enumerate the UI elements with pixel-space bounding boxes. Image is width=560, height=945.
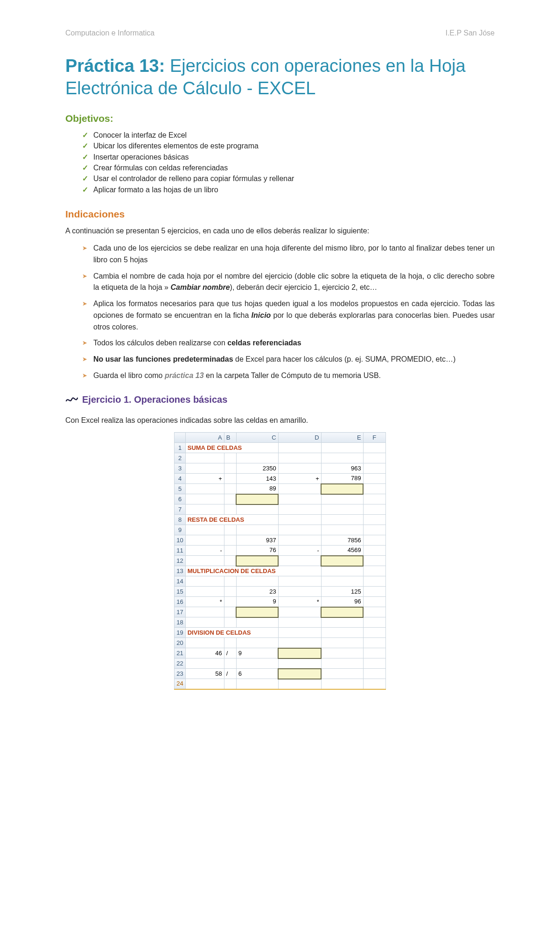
- cell: 6: [236, 669, 278, 679]
- excel-row: 32350963: [175, 463, 385, 474]
- indication-item: Aplica los formatos necesarios para que …: [82, 298, 495, 333]
- row-header: 7: [175, 504, 185, 515]
- row-header: 8: [175, 515, 185, 525]
- objectives-list: Conocer la interfaz de Excel Ubicar los …: [65, 130, 495, 195]
- cell: 963: [321, 463, 363, 474]
- excel-row: 24: [175, 679, 385, 689]
- col-header: F: [363, 433, 385, 443]
- row-header: 9: [175, 525, 185, 535]
- row-header: 10: [175, 535, 185, 546]
- section-cell: RESTA DE CELDAS: [185, 515, 278, 525]
- row-header: 3: [175, 463, 185, 474]
- result-cell: [321, 556, 363, 566]
- cell: 125: [321, 587, 363, 597]
- result-cell: [236, 607, 278, 617]
- cell: -: [185, 546, 224, 556]
- col-header: A: [185, 433, 224, 443]
- excel-row: 109377856: [175, 535, 385, 546]
- objective-item: Usar el controlador de relleno para copi…: [82, 174, 495, 184]
- cell: 9: [236, 648, 278, 658]
- excel-col-headers: A B C D E F: [175, 433, 385, 443]
- row-header: 18: [175, 617, 185, 628]
- objective-item: Ubicar los diferentes elementos de este …: [82, 141, 495, 151]
- row-header: 5: [175, 484, 185, 494]
- indication-item: Guarda el libro como práctica 13 en la c…: [82, 370, 495, 382]
- col-header: E: [321, 433, 363, 443]
- result-cell: [236, 494, 278, 504]
- title-prefix: Práctica 13:: [65, 56, 165, 76]
- excel-row: 4+143+789: [175, 474, 385, 484]
- section-cell: SUMA DE CELDAS: [185, 443, 278, 453]
- cell: 58: [185, 669, 224, 679]
- indication-item: No usar las funciones predeterminadas de…: [82, 354, 495, 365]
- row-header: 4: [175, 474, 185, 484]
- objective-item: Aplicar formato a las hojas de un libro: [82, 185, 495, 195]
- indications-intro: A continuación se presentan 5 ejercicios…: [65, 226, 495, 236]
- excel-row: 1SUMA DE CELDAS: [175, 443, 385, 453]
- row-header: 17: [175, 607, 185, 617]
- cell: 23: [236, 587, 278, 597]
- excel-row: 16*9*96: [175, 597, 385, 607]
- excel-row: 11-76-4569: [175, 546, 385, 556]
- cell: /: [224, 648, 236, 658]
- excel-row: 8RESTA DE CELDAS: [175, 515, 385, 525]
- cell: 76: [236, 546, 278, 556]
- excel-row: 18: [175, 617, 385, 628]
- col-header: D: [278, 433, 321, 443]
- row-header: 2: [175, 453, 185, 463]
- indications-heading: Indicaciones: [65, 207, 495, 221]
- cell: 937: [236, 535, 278, 546]
- excel-screenshot: A B C D E F 1SUMA DE CELDAS 2 32350963 4…: [65, 432, 495, 690]
- objective-item: Insertar operaciones básicas: [82, 152, 495, 162]
- cell: +: [185, 474, 224, 484]
- excel-row: 9: [175, 525, 385, 535]
- objective-item: Conocer la interfaz de Excel: [82, 130, 495, 140]
- row-header: 12: [175, 556, 185, 566]
- objective-item: Crear fórmulas con celdas referenciadas: [82, 163, 495, 173]
- section-cell: DIVISION DE CELDAS: [185, 628, 278, 638]
- row-header: 20: [175, 638, 185, 648]
- row-header: 14: [175, 576, 185, 587]
- cell: /: [224, 669, 236, 679]
- indications-list: Cada uno de los ejercicios se debe reali…: [65, 243, 495, 382]
- indication-item: Cambia el nombre de cada hoja por el nom…: [82, 271, 495, 294]
- row-header: 19: [175, 628, 185, 638]
- result-cell: [278, 669, 321, 679]
- excel-row: 6: [175, 494, 385, 504]
- cell: 4569: [321, 546, 363, 556]
- excel-row: 20: [175, 638, 385, 648]
- row-header: 22: [175, 658, 185, 669]
- cell: 7856: [321, 535, 363, 546]
- cell: 9: [236, 597, 278, 607]
- excel-row: 2358/6: [175, 669, 385, 679]
- cell: *: [278, 597, 321, 607]
- excel-row: 17: [175, 607, 385, 617]
- cell: 89: [236, 484, 278, 494]
- indication-item: Cada uno de los ejercicios se debe reali…: [82, 243, 495, 266]
- col-header: B: [224, 433, 236, 443]
- excel-row: 14: [175, 576, 385, 587]
- row-header: 6: [175, 494, 185, 504]
- result-cell: [321, 484, 363, 494]
- excel-row: 2: [175, 453, 385, 463]
- excel-row: 22: [175, 658, 385, 669]
- header-right: I.E.P San Jóse: [445, 28, 495, 38]
- row-header: 24: [175, 679, 185, 689]
- row-header: 16: [175, 597, 185, 607]
- excel-row: 589: [175, 484, 385, 494]
- cell: +: [278, 474, 321, 484]
- excel-row: 2146/9: [175, 648, 385, 658]
- exercise-intro: Con Excel realiza las operaciones indica…: [65, 415, 495, 426]
- objectives-heading: Objetivos:: [65, 112, 495, 125]
- row-header: 1: [175, 443, 185, 453]
- row-header: 23: [175, 669, 185, 679]
- page-title: Práctica 13: Ejercicios con operaciones …: [65, 55, 495, 99]
- excel-row: 12: [175, 556, 385, 566]
- cell: 143: [236, 474, 278, 484]
- row-header: 21: [175, 648, 185, 658]
- header-left: Computacion e Informatica: [65, 28, 154, 38]
- indication-item: Todos los cálculos deben realizarse con …: [82, 337, 495, 349]
- row-header: 11: [175, 546, 185, 556]
- select-all-corner: [175, 433, 185, 443]
- exercise-heading: Ejercicio 1. Operaciones básicas: [82, 393, 227, 406]
